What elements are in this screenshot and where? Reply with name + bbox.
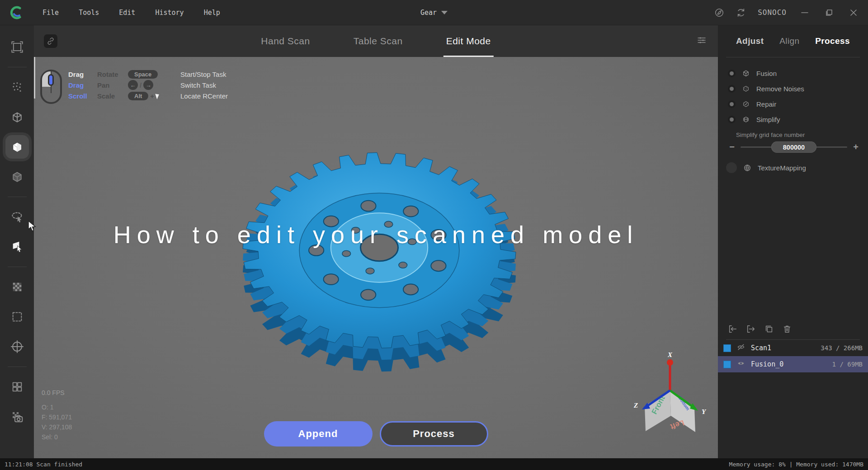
maximize-button[interactable] [823,6,835,19]
texture-mapping-icon [743,164,751,172]
radio-button[interactable] [728,70,736,77]
panel-options-icon[interactable] [696,35,707,47]
model-row-fusion0[interactable]: Fusion_0 1 / 69MB [718,356,868,372]
tab-adjust[interactable]: Adjust [736,36,764,46]
legend-verb: Pan [97,81,125,89]
legend-shortcut: Switch Task [180,81,228,89]
duplicate-icon[interactable] [764,324,774,334]
grid-view-icon[interactable] [5,375,29,399]
scanned-gear-model[interactable] [221,136,538,394]
menu-edit[interactable]: Edit [119,9,135,17]
tab-table-scan[interactable]: Table Scan [354,25,403,57]
model-name: Fusion_0 [751,360,783,368]
fit-view-icon[interactable] [5,35,29,59]
radio-button[interactable] [728,116,736,123]
operation-label: TextureMapping [758,164,806,172]
model-row-scan1[interactable]: Scan1 343 / 266MB [718,340,868,356]
simplify-icon [742,115,750,123]
model-meta: 1 / 69MB [832,361,863,368]
operation-label: Remove Noises [756,85,804,93]
process-button[interactable]: Process [380,421,488,446]
menu-file[interactable]: File [42,9,59,17]
status-bar: 11:21:08 Scan finished Memory usage: 8% … [0,458,868,470]
axis-gizmo[interactable]: Front Left Bottom X Y Z [631,351,708,432]
point-cloud-icon[interactable] [5,75,29,99]
operation-simplify[interactable]: Simplify [718,112,868,127]
mouse-icon [40,70,62,104]
wireframe-cube-icon[interactable] [5,105,29,129]
minimize-button[interactable] [798,6,811,19]
close-button[interactable] [847,6,860,19]
color-swatch[interactable] [723,361,731,368]
slider-value[interactable]: 800000 [771,141,816,153]
tab-process[interactable]: Process [815,36,850,46]
overlay-title: How to edit your scanned model [34,221,718,249]
simplify-slider: − 800000 + [718,142,868,152]
mouse-pointer [27,221,37,232]
stat-fps: 0.0 FPS [42,388,72,398]
sync-icon[interactable] [736,8,746,18]
tab-align[interactable]: Align [779,36,799,46]
slider-minus-button[interactable]: − [728,142,736,152]
operation-fusion[interactable]: Fusion [718,66,868,81]
legend-action: Scroll [68,92,94,100]
link-icon[interactable] [44,34,57,48]
model-list-toolbar [718,320,868,339]
account-name[interactable]: SONOCO [758,8,787,17]
legend-shortcut: Locate RCenter [180,92,228,100]
legend-shortcut: Start/Stop Task [180,70,228,78]
export-icon[interactable] [746,324,756,334]
stat-faces: F: 591,071 [42,412,72,422]
feedback-icon[interactable] [714,8,724,18]
radio-button[interactable] [728,100,736,108]
circle-select-icon[interactable] [5,335,29,358]
axis-x-label: X [667,351,673,358]
legend-action: Drag [68,70,94,78]
project-dropdown[interactable]: Gear [420,9,448,17]
operation-label: Fusion [756,70,777,77]
tab-edit-mode[interactable]: Edit Mode [446,25,491,57]
key-space: Space [128,70,158,79]
app-window: File Tools Edit History Help Gear SONOCO [0,0,868,470]
color-swatch[interactable] [723,344,731,352]
process-panel: Adjust Align Process Fusion Remove Noise… [718,25,868,458]
import-icon[interactable] [728,324,738,334]
cursor-icon [155,93,160,99]
snapshot-icon[interactable] [5,405,29,428]
viewport-3d[interactable]: Drag Rotate Space Start/Stop Task Drag P… [34,57,718,458]
texture-checker-icon[interactable] [5,275,29,299]
remove-noises-icon [742,85,750,93]
axis-face-left: Left [669,418,685,431]
menu-tools[interactable]: Tools [79,9,99,17]
stat-selected: Sel: 0 [42,432,72,442]
plane-select-icon[interactable] [5,235,29,258]
model-meta: 343 / 266MB [821,344,863,352]
operation-remove-noises[interactable]: Remove Noises [718,81,868,96]
delete-icon[interactable] [782,324,792,334]
model-name: Scan1 [751,344,771,352]
shaded-cube-icon[interactable] [5,165,29,188]
key-arrow-right: → [143,80,153,90]
operation-repair[interactable]: Repair [718,96,868,112]
marquee-select-icon[interactable] [5,305,29,329]
menu-history[interactable]: History [155,9,184,17]
menu-bar: File Tools Edit History Help [42,9,220,17]
radio-button[interactable] [728,85,736,93]
texture-mapping-row[interactable]: TextureMapping [718,152,868,173]
key-plus: + [150,92,154,100]
mode-tab-bar: Hand Scan Table Scan Edit Mode [34,25,718,57]
toggle-button[interactable] [726,162,737,173]
operation-label: Simplify [756,116,780,123]
operation-label: Repair [756,100,776,108]
tab-hand-scan[interactable]: Hand Scan [261,25,310,57]
chevron-down-icon [441,11,448,14]
slider-plus-button[interactable]: + [852,142,860,152]
eye-off-icon[interactable] [736,343,745,353]
append-button[interactable]: Append [264,421,373,446]
slider-track[interactable]: 800000 [741,146,847,148]
lasso-select-icon[interactable] [5,205,29,229]
menu-help[interactable]: Help [204,9,220,17]
key-arrow-left: ← [128,80,138,90]
eye-icon[interactable] [736,359,745,370]
solid-cube-icon[interactable] [5,135,29,159]
